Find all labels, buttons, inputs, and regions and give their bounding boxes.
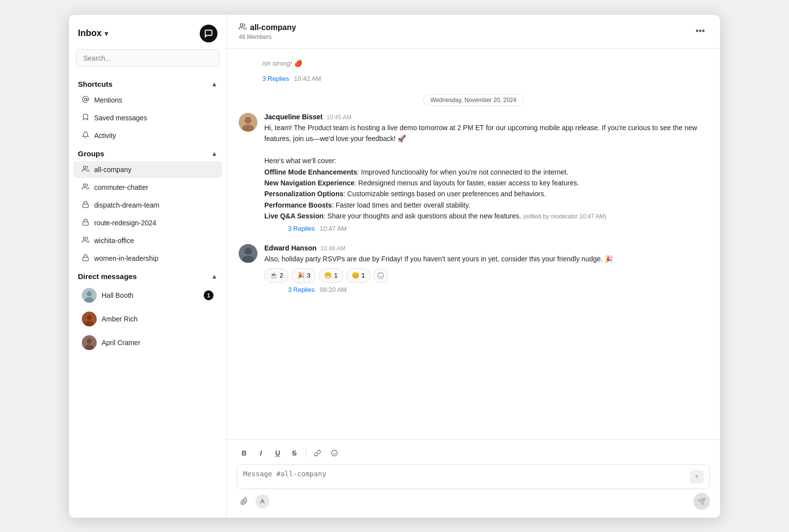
reaction-grin[interactable]: 😁 1 bbox=[319, 268, 343, 283]
svg-rect-4 bbox=[83, 221, 88, 225]
group2-icon bbox=[82, 183, 89, 192]
lock1-icon bbox=[82, 201, 89, 210]
shortcuts-section-header: Shortcuts ▲ bbox=[69, 75, 226, 91]
toolbar-divider bbox=[306, 448, 306, 458]
svg-point-14 bbox=[87, 339, 92, 344]
replies-count-edward: 3 Replies bbox=[288, 286, 315, 293]
link-button[interactable] bbox=[310, 446, 325, 461]
time-edward: 10:48 AM bbox=[321, 245, 346, 252]
sidebar-item-mentions[interactable]: Mentions bbox=[73, 92, 222, 108]
composer-input-area[interactable] bbox=[237, 464, 710, 489]
activity-label: Activity bbox=[94, 132, 214, 140]
messages-area[interactable]: ish strong! 🍎 3 Replies 10:42 AM Wednesd… bbox=[227, 49, 720, 439]
svg-rect-23 bbox=[244, 252, 252, 253]
sidebar-item-route[interactable]: route-redesign-2024 bbox=[73, 214, 222, 231]
add-reaction-button[interactable] bbox=[373, 268, 388, 283]
svg-point-24 bbox=[378, 273, 384, 279]
sidebar-item-april[interactable]: April Cramer bbox=[73, 331, 222, 354]
feature4-bold: Performance Boosts bbox=[264, 201, 332, 209]
sidebar: Inbox ▾ Shortcuts ▲ Mentions bbox=[69, 15, 227, 518]
message-text-jacqueline: Hi, team! The Product team is hosting a … bbox=[264, 122, 708, 222]
more-options-button[interactable]: ••• bbox=[692, 24, 708, 39]
channel-name: all-company bbox=[239, 23, 296, 33]
dispatch-label: dispatch-dream-team bbox=[94, 201, 214, 209]
bold-button[interactable]: B bbox=[237, 446, 251, 461]
message-text-edward: Also, holiday party RSVPs are due by Fri… bbox=[264, 253, 708, 264]
feature3-bold: Personalization Options bbox=[264, 190, 343, 198]
feature4-desc: : Faster load times and better overall s… bbox=[332, 201, 470, 209]
saved-label: Saved messages bbox=[94, 114, 214, 122]
sidebar-item-saved[interactable]: Saved messages bbox=[73, 109, 222, 126]
dm-label: Direct messages bbox=[78, 272, 137, 281]
sidebar-item-women[interactable]: women-in-leadership bbox=[73, 250, 222, 267]
reaction-grin-emoji: 😁 bbox=[324, 272, 332, 279]
composer-right-icon[interactable] bbox=[690, 470, 704, 484]
channel-name-text: all-company bbox=[250, 23, 296, 32]
attach-button[interactable] bbox=[237, 494, 251, 509]
svg-rect-6 bbox=[83, 257, 88, 260]
message-meta-edward: Edward Hanson 10:48 AM bbox=[264, 244, 708, 252]
reaction-smile[interactable]: 😊 1 bbox=[346, 268, 370, 283]
sidebar-item-commuter-chatter[interactable]: commuter-chatter bbox=[73, 179, 222, 196]
sidebar-item-amber[interactable]: Amber Rich bbox=[73, 308, 222, 330]
dm-section-header: Direct messages ▲ bbox=[69, 267, 226, 284]
lock3-icon bbox=[82, 254, 89, 263]
compose-button[interactable] bbox=[200, 25, 217, 42]
date-divider: Wednesday, November 20, 2024 bbox=[239, 94, 708, 106]
inbox-title[interactable]: Inbox ▾ bbox=[78, 28, 108, 38]
search-input[interactable] bbox=[76, 49, 219, 67]
date-label: Wednesday, November 20, 2024 bbox=[423, 94, 524, 106]
underline-button[interactable]: U bbox=[270, 446, 285, 461]
reaction-coffee-count: 2 bbox=[280, 272, 283, 279]
reaction-coffee[interactable]: ☕ 2 bbox=[264, 268, 288, 283]
mentions-label: Mentions bbox=[94, 96, 214, 104]
svg-point-1 bbox=[83, 166, 86, 168]
font-button[interactable]: A bbox=[255, 495, 269, 508]
sidebar-item-wichita[interactable]: wichita-office bbox=[73, 232, 222, 249]
emoji-button[interactable] bbox=[327, 446, 342, 461]
feature1-bold: Offline Mode Enhancements bbox=[264, 168, 357, 176]
bold-icon: B bbox=[242, 449, 247, 457]
strikethrough-button[interactable]: S bbox=[287, 446, 302, 461]
message-meta-jacqueline: Jacqueline Bisset 10:45 AM bbox=[264, 113, 708, 121]
svg-point-8 bbox=[87, 291, 92, 296]
composer-bottom: A bbox=[237, 493, 710, 510]
reaction-party[interactable]: 🎉 3 bbox=[291, 268, 316, 283]
dots-icon: ••• bbox=[696, 26, 705, 36]
sidebar-item-activity[interactable]: Activity bbox=[73, 127, 222, 144]
italic-button[interactable]: I bbox=[253, 446, 268, 461]
font-icon: A bbox=[260, 497, 265, 505]
composer: B I U S bbox=[227, 439, 720, 518]
reaction-grin-count: 1 bbox=[334, 272, 337, 279]
sidebar-item-hall[interactable]: Hall Booth 1 bbox=[73, 284, 222, 307]
groups-toggle[interactable]: ▲ bbox=[211, 150, 217, 157]
sidebar-item-dispatch[interactable]: dispatch-dream-team bbox=[73, 197, 222, 213]
lock2-icon bbox=[82, 218, 89, 227]
amber-label: Amber Rich bbox=[102, 315, 214, 323]
italic-icon: I bbox=[260, 449, 262, 457]
time-jacqueline: 10:45 AM bbox=[326, 114, 352, 121]
replies-jacqueline[interactable]: 3 Replies 10:47 AM bbox=[264, 222, 708, 237]
shortcuts-toggle[interactable]: ▲ bbox=[211, 80, 217, 88]
edited-note: (edited by moderator 10:47 AM) bbox=[523, 213, 607, 220]
feature2-desc: : Redesigned menus and layouts for faste… bbox=[355, 179, 579, 187]
replies-line-top[interactable]: 3 Replies 10:42 AM bbox=[239, 72, 708, 87]
feature3-desc: : Customizable settings based on user pr… bbox=[343, 190, 546, 198]
sidebar-header: Inbox ▾ bbox=[69, 15, 226, 49]
send-button[interactable] bbox=[693, 493, 710, 510]
sidebar-item-all-company[interactable]: all-company bbox=[73, 161, 222, 178]
reaction-party-count: 3 bbox=[307, 272, 310, 279]
app-window: Inbox ▾ Shortcuts ▲ Mentions bbox=[69, 15, 720, 518]
header-actions: ••• bbox=[692, 24, 708, 39]
avatar-edward bbox=[239, 244, 257, 263]
route-label: route-redesign-2024 bbox=[94, 219, 214, 227]
dm-toggle[interactable]: ▲ bbox=[211, 273, 217, 280]
saved-icon bbox=[82, 113, 89, 122]
message-input[interactable] bbox=[243, 470, 690, 478]
svg-point-27 bbox=[331, 450, 337, 456]
april-label: April Cramer bbox=[102, 339, 214, 347]
strikethrough-icon: S bbox=[292, 449, 296, 457]
reaction-smile-count: 1 bbox=[361, 272, 365, 279]
activity-icon bbox=[82, 131, 89, 140]
replies-edward[interactable]: 3 Replies 08:20 AM bbox=[264, 283, 708, 298]
